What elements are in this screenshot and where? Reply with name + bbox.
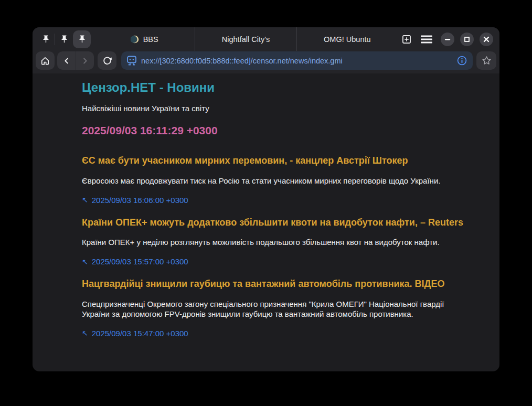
home-icon bbox=[40, 56, 50, 66]
window-controls bbox=[441, 33, 493, 46]
tab-bbs[interactable]: BBS bbox=[94, 27, 195, 51]
northwest-arrow-icon: ↖ bbox=[82, 329, 88, 337]
article-timestamp-link[interactable]: ↖ 2025/09/03 16:06:00 +0300 bbox=[82, 196, 188, 205]
news-article: Країни ОПЕК+ можуть додатково збільшити … bbox=[82, 217, 478, 266]
browser-window: BBS Nightfall City's OMG! Ubuntu bbox=[33, 27, 499, 371]
northwest-arrow-icon: ↖ bbox=[82, 258, 88, 266]
timestamp-link-label: 2025/09/03 16:06:00 +0300 bbox=[92, 196, 188, 205]
reload-button[interactable] bbox=[98, 51, 116, 70]
article-body: Країни ОПЕК+ у неділю розглянуть можливі… bbox=[82, 237, 449, 247]
news-article: ЄС має бути учасником мирних перемовин, … bbox=[82, 155, 478, 205]
moon-icon bbox=[131, 35, 139, 44]
hamburger-icon bbox=[421, 35, 432, 44]
forward-button[interactable] bbox=[76, 51, 94, 70]
pushpin-icon bbox=[78, 35, 87, 44]
article-heading: Нацгвардійці знищили гаубицю та вантажни… bbox=[82, 279, 478, 290]
home-button[interactable] bbox=[36, 51, 55, 70]
info-icon[interactable] bbox=[456, 55, 467, 66]
tab-label: OMG! Ubuntu bbox=[324, 35, 370, 44]
page-title: Цензор.НЕТ - Новини bbox=[82, 80, 478, 95]
timestamp-link-label: 2025/09/03 15:47:00 +0300 bbox=[92, 329, 188, 338]
article-body: Спецпризначенці Окремого загону спеціаль… bbox=[82, 299, 449, 319]
menu-button[interactable] bbox=[418, 31, 435, 47]
star-icon bbox=[481, 55, 492, 66]
minimize-icon bbox=[444, 36, 451, 42]
navigation-bar: nex://[302:68d0:f0d5:b88d::feed]/censor.… bbox=[33, 51, 499, 73]
url-text: nex://[302:68d0:f0d5:b88d::feed]/censor.… bbox=[141, 57, 452, 65]
maximize-button[interactable] bbox=[460, 33, 474, 46]
bookmark-button[interactable] bbox=[476, 51, 496, 70]
tab-label: Nightfall City's bbox=[222, 35, 270, 44]
page-subtitle: Найсвіжіші новини України та світу bbox=[82, 104, 478, 113]
news-article: Нацгвардійці знищили гаубицю та вантажни… bbox=[82, 279, 478, 338]
reload-icon bbox=[102, 56, 112, 66]
tab-omg-ubuntu[interactable]: OMG! Ubuntu bbox=[296, 27, 398, 51]
article-heading: ЄС має бути учасником мирних перемовин, … bbox=[82, 155, 478, 167]
tab-strip: BBS Nightfall City's OMG! Ubuntu bbox=[94, 27, 398, 51]
article-heading: Країни ОПЕК+ можуть додатково збільшити … bbox=[82, 217, 478, 229]
window-chrome: BBS Nightfall City's OMG! Ubuntu bbox=[33, 27, 499, 73]
pinned-tab-2[interactable] bbox=[55, 30, 73, 48]
back-button[interactable] bbox=[57, 51, 76, 70]
maximize-icon bbox=[464, 36, 470, 42]
plus-square-icon bbox=[401, 34, 412, 45]
article-body: Євросоюз має продовжувати тиск на Росію … bbox=[82, 176, 449, 186]
pushpin-icon bbox=[41, 35, 50, 44]
new-tab-button[interactable] bbox=[399, 31, 414, 47]
article-timestamp-link[interactable]: ↖ 2025/09/03 15:57:00 +0300 bbox=[82, 257, 188, 266]
chevron-left-icon bbox=[62, 56, 71, 66]
article-timestamp-link[interactable]: ↖ 2025/09/03 15:47:00 +0300 bbox=[82, 329, 188, 338]
close-icon bbox=[483, 36, 490, 42]
chevron-right-icon bbox=[80, 56, 90, 66]
feed-timestamp-heading: 2025/09/03 16:11:29 +0300 bbox=[82, 124, 478, 137]
tab-nightfall-citys[interactable]: Nightfall City's bbox=[195, 27, 296, 51]
tab-label: BBS bbox=[143, 35, 158, 44]
timestamp-link-label: 2025/09/03 15:57:00 +0300 bbox=[92, 257, 188, 266]
pinned-tab-3-active[interactable] bbox=[73, 30, 91, 48]
close-button[interactable] bbox=[480, 33, 493, 46]
minimize-button[interactable] bbox=[441, 33, 454, 46]
terminal-icon bbox=[126, 56, 137, 66]
northwest-arrow-icon: ↖ bbox=[82, 196, 88, 204]
page-content: Цензор.НЕТ - Новини Найсвіжіші новини Ук… bbox=[33, 73, 499, 338]
tab-bar: BBS Nightfall City's OMG! Ubuntu bbox=[33, 27, 499, 51]
pinned-tab-1[interactable] bbox=[37, 30, 55, 48]
pushpin-icon bbox=[60, 35, 69, 44]
history-nav-group bbox=[57, 51, 94, 70]
url-bar[interactable]: nex://[302:68d0:f0d5:b88d::feed]/censor.… bbox=[121, 51, 473, 70]
